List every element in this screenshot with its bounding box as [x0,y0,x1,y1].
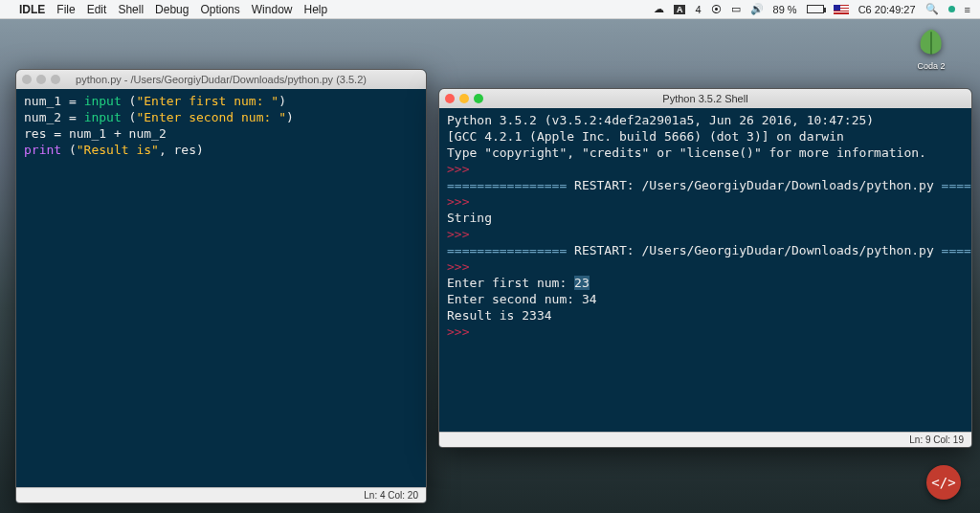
shell-statusbar: Ln: 9 Col: 19 [439,432,971,447]
shell-sep: ================ [942,243,971,257]
code-token: "Result is" [77,143,159,157]
shell-window[interactable]: Python 3.5.2 Shell Python 3.5.2 (v3.5.2:… [438,88,972,448]
menu-help[interactable]: Help [303,3,327,16]
editor-content[interactable]: num_1 = input ("Enter first num: ") num_… [16,89,426,487]
close-icon[interactable] [445,94,455,103]
shell-line: Enter first num: [447,276,574,290]
clock[interactable]: C6 20:49:27 [858,4,916,15]
shell-line: Python 3.5.2 (v3.5.2:4def2a2901a5, Jun 2… [447,113,874,127]
code-token: = [61,110,83,124]
battery-icon[interactable] [807,5,824,13]
editor-window[interactable]: python.py - /Users/GeorgiyDudar/Download… [15,69,427,503]
code-token: ( [122,94,137,108]
menu-shell[interactable]: Shell [118,3,144,16]
notification-icon[interactable]: ≡ [965,4,970,15]
shell-prompt: >>> [447,162,469,176]
menu-debug[interactable]: Debug [155,3,189,16]
zoom-icon[interactable] [51,75,60,84]
minimize-icon[interactable] [459,94,469,103]
shell-line: String [447,211,492,225]
shell-title: Python 3.5.2 Shell [439,93,971,104]
battery-text: 89 % [773,4,797,15]
code-token: ) [286,110,294,124]
app-name[interactable]: IDLE [19,3,45,16]
shell-restart: RESTART: /Users/GeorgiyDudar/Downloads/p… [567,178,941,192]
close-icon[interactable] [22,75,32,84]
shell-cursor-pos: Ln: 9 Col: 19 [909,435,964,445]
editor-statusbar: Ln: 4 Col: 20 [16,487,426,502]
desktop-app-coda[interactable]: Coda 2 [909,27,953,71]
menu-options[interactable]: Options [200,3,239,16]
volume-icon[interactable]: 🔊 [750,3,764,15]
wifi-icon[interactable]: ⦿ [711,4,722,15]
shell-prompt: >>> [447,227,469,241]
adobe-count: 4 [695,4,701,15]
editor-title: python.py - /Users/GeorgiyDudar/Download… [16,74,426,85]
shell-sep: ================ [447,178,567,192]
code-token: "Enter second num: " [136,110,286,124]
code-token: , res) [159,143,204,157]
shell-input-value: 23 [574,276,590,290]
shell-line: Result is 2334 [447,308,552,323]
code-badge-label: </> [931,475,955,490]
menu-edit[interactable]: Edit [87,3,107,16]
code-token: ( [122,110,137,124]
shell-line: Type "copyright", "credits" or "license(… [447,145,926,160]
shell-prompt: >>> [447,259,469,274]
code-token: ) [278,94,286,108]
menu-window[interactable]: Window [252,3,293,16]
minimize-icon[interactable] [36,75,46,84]
cloud-icon[interactable]: ☁ [654,3,664,15]
shell-prompt: >>> [447,194,469,209]
code-badge-icon[interactable]: </> [926,465,961,500]
code-token: input [84,110,122,124]
menu-file[interactable]: File [56,3,75,16]
code-token: num_1 [24,94,61,108]
shell-line: [GCC 4.2.1 (Apple Inc. build 5666) (dot … [447,129,844,144]
editor-titlebar[interactable]: python.py - /Users/GeorgiyDudar/Download… [16,70,426,89]
shell-sep: ================ [942,178,971,192]
shell-prompt: >>> [447,324,469,339]
spotlight-icon[interactable]: 🔍 [925,3,939,15]
shell-sep: ================ [447,243,567,257]
zoom-icon[interactable] [474,94,483,103]
shell-restart: RESTART: /Users/GeorgiyDudar/Downloads/p… [567,243,941,257]
code-token: "Enter first num: " [136,94,278,108]
code-token: print [24,143,61,157]
menubar: IDLE File Edit Shell Debug Options Windo… [0,0,980,19]
editor-cursor-pos: Ln: 4 Col: 20 [364,490,418,501]
desktop-app-label: Coda 2 [917,61,945,71]
code-token: num_2 [24,110,61,124]
adobe-icon[interactable]: A [674,5,686,14]
leaf-icon [913,27,949,59]
display-icon[interactable]: ▭ [731,3,741,15]
shell-content[interactable]: Python 3.5.2 (v3.5.2:4def2a2901a5, Jun 2… [439,108,971,432]
shell-line: Enter second num: [447,292,582,306]
code-token: res = num_1 + num_2 [24,126,167,141]
flag-icon[interactable] [834,5,849,14]
code-token: = [61,94,83,108]
user-icon[interactable] [948,6,955,12]
shell-input-value: 34 [582,292,597,306]
code-token: ( [61,143,77,157]
code-token: input [84,94,122,108]
shell-titlebar[interactable]: Python 3.5.2 Shell [439,89,971,108]
